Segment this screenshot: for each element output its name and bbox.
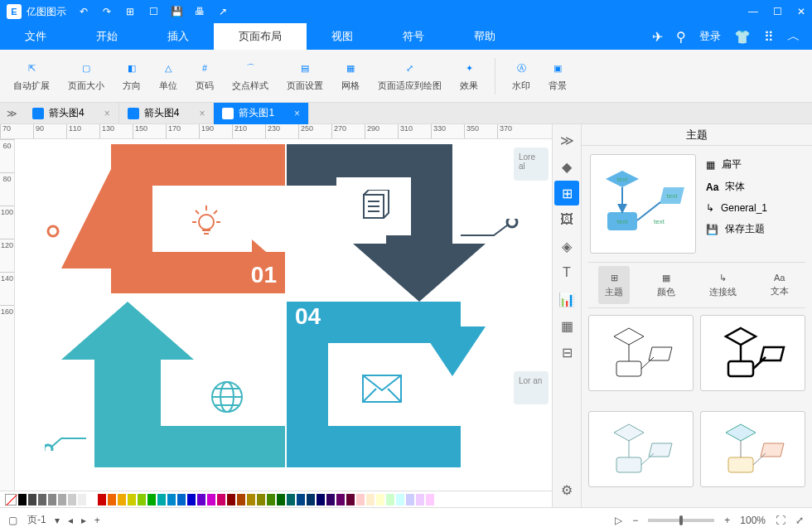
close-icon[interactable]: ×: [199, 108, 205, 119]
fit-width-icon[interactable]: ⛶: [776, 515, 785, 526]
color-swatch[interactable]: [307, 494, 315, 505]
new-icon[interactable]: ⊞: [124, 6, 136, 17]
color-swatch[interactable]: [396, 494, 404, 505]
close-icon[interactable]: ×: [104, 108, 110, 119]
ribbon-watermark[interactable]: Ⓐ水印: [504, 56, 539, 95]
color-swatch[interactable]: [227, 494, 235, 505]
play-icon[interactable]: ▷: [615, 515, 622, 526]
color-palette[interactable]: [0, 491, 552, 507]
calendar-icon[interactable]: ▦: [554, 313, 579, 338]
prop-style[interactable]: ▦扁平: [706, 157, 804, 172]
color-swatch[interactable]: [426, 494, 434, 505]
color-swatch[interactable]: [257, 494, 265, 505]
color-swatch[interactable]: [157, 494, 166, 505]
color-swatch[interactable]: [416, 494, 424, 505]
color-swatch[interactable]: [326, 494, 335, 505]
zoom-out-icon[interactable]: −: [632, 515, 638, 526]
color-swatch[interactable]: [297, 494, 305, 505]
theme-icon[interactable]: ⊞: [554, 181, 579, 206]
color-swatch[interactable]: [128, 494, 136, 505]
next-page-icon[interactable]: ▸: [81, 515, 86, 526]
apps-icon[interactable]: ⠿: [764, 29, 774, 45]
ribbon-fit[interactable]: ⤢页面适应到绘图: [370, 56, 450, 95]
prev-page-icon[interactable]: ◂: [68, 515, 73, 526]
save-icon[interactable]: 💾: [171, 6, 182, 17]
color-swatch[interactable]: [68, 494, 76, 505]
add-page-icon[interactable]: +: [94, 515, 100, 526]
color-swatch[interactable]: [207, 494, 215, 505]
tab-3[interactable]: 箭头图1×: [214, 103, 309, 124]
menu-symbol[interactable]: 符号: [378, 23, 449, 50]
color-swatch[interactable]: [366, 494, 375, 505]
color-swatch[interactable]: [147, 494, 156, 505]
color-swatch[interactable]: [108, 494, 116, 505]
fullscreen-icon[interactable]: ⤢: [795, 515, 804, 526]
collapse-ribbon-icon[interactable]: ︿: [787, 28, 800, 46]
redo-icon[interactable]: ↷: [101, 6, 113, 17]
ribbon-effects[interactable]: ✦效果: [452, 56, 486, 95]
menu-start[interactable]: 开始: [71, 23, 143, 50]
color-swatch[interactable]: [217, 494, 225, 505]
zoom-value[interactable]: 100%: [740, 515, 766, 526]
tab-1[interactable]: 箭头图4×: [24, 103, 119, 124]
arrow-shape-01[interactable]: 01: [61, 144, 285, 293]
open-icon[interactable]: ☐: [147, 6, 159, 17]
tab-2[interactable]: 箭头图4×: [119, 103, 215, 124]
presentation-icon[interactable]: ▢: [8, 515, 17, 526]
canvas[interactable]: 01 02: [15, 139, 552, 491]
color-swatch[interactable]: [177, 494, 186, 505]
theme-thumb[interactable]: [588, 315, 694, 391]
prop-connector[interactable]: ↳General_1: [706, 202, 804, 214]
color-swatch[interactable]: [78, 494, 86, 505]
color-swatch[interactable]: [187, 494, 196, 505]
theme-thumb[interactable]: [700, 315, 805, 391]
color-swatch[interactable]: [58, 494, 66, 505]
menu-insert[interactable]: 插入: [143, 23, 214, 50]
text-icon[interactable]: T: [554, 260, 579, 285]
ribbon-intersection[interactable]: ⌒交点样式: [224, 56, 277, 95]
color-swatch[interactable]: [167, 494, 176, 505]
zoom-in-icon[interactable]: +: [724, 515, 730, 526]
color-swatch[interactable]: [406, 494, 414, 505]
color-swatch[interactable]: [287, 494, 295, 505]
theme-thumb[interactable]: [588, 411, 694, 487]
color-swatch[interactable]: [386, 494, 394, 505]
color-swatch[interactable]: [376, 494, 384, 505]
login-button[interactable]: 登录: [699, 29, 721, 44]
theme-thumb[interactable]: [700, 411, 805, 487]
expand-left-panel-icon[interactable]: ≫: [0, 108, 24, 119]
color-swatch[interactable]: [267, 494, 275, 505]
menu-page-layout[interactable]: 页面布局: [214, 23, 307, 50]
menu-file[interactable]: 文件: [0, 23, 71, 50]
ribbon-grid[interactable]: ▦网格: [333, 56, 368, 95]
color-swatch[interactable]: [346, 494, 355, 505]
ribbon-unit[interactable]: △单位: [151, 56, 186, 95]
text-note-2[interactable]: Lor an: [514, 371, 549, 404]
color-swatch[interactable]: [98, 494, 106, 505]
arrow-shape-02[interactable]: 02: [287, 144, 486, 293]
category-connector[interactable]: ↳连接线: [703, 263, 743, 307]
color-swatch[interactable]: [18, 494, 27, 505]
color-swatch[interactable]: [317, 494, 325, 505]
color-swatch[interactable]: [247, 494, 255, 505]
color-swatch[interactable]: [48, 494, 56, 505]
text-note-1[interactable]: Lore al: [514, 148, 549, 181]
zoom-slider[interactable]: [648, 519, 714, 522]
chart-icon[interactable]: 📊: [554, 287, 579, 312]
ribbon-orientation[interactable]: ◧方向: [114, 56, 149, 95]
page-selector[interactable]: 页-1: [27, 513, 46, 527]
send-icon[interactable]: ✈: [652, 29, 663, 45]
expand-right-panel-icon[interactable]: ≫: [554, 128, 579, 152]
category-theme[interactable]: ⊞主题: [598, 266, 630, 304]
category-text[interactable]: Aa文本: [764, 263, 795, 307]
prop-save[interactable]: 💾保存主题: [706, 222, 804, 236]
category-color[interactable]: ▦颜色: [650, 263, 682, 307]
settings-icon[interactable]: ⚙: [554, 477, 579, 502]
export-icon[interactable]: ↗: [217, 6, 229, 17]
close-button[interactable]: ✕: [797, 6, 805, 17]
page-dropdown-icon[interactable]: ▾: [55, 515, 60, 526]
arrow-shape-03[interactable]: 03: [61, 302, 285, 459]
arrow-shape-04[interactable]: 04: [287, 302, 504, 459]
layers-icon[interactable]: ◈: [554, 234, 579, 259]
ribbon-auto-expand[interactable]: ⇱自动扩展: [5, 56, 58, 95]
